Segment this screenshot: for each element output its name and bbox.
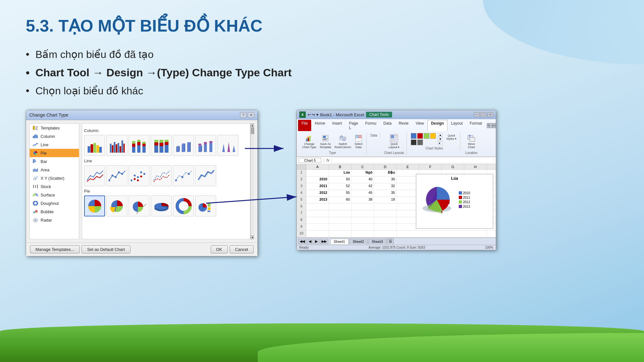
- style-preview-6[interactable]: [417, 139, 423, 145]
- cell-B10[interactable]: [329, 231, 351, 237]
- styles-scroll-down[interactable]: ▼: [438, 137, 443, 141]
- chart-type-pie[interactable]: Pie: [30, 149, 79, 157]
- col-subtype-3[interactable]: [129, 135, 149, 156]
- dialog-help-btn[interactable]: ?: [240, 112, 246, 118]
- col-A[interactable]: A: [306, 164, 329, 169]
- cell-D8[interactable]: [374, 217, 397, 224]
- cell-D2[interactable]: 30: [374, 176, 397, 183]
- cell-A8[interactable]: [306, 217, 329, 224]
- close-btn[interactable]: ✕: [487, 112, 493, 117]
- sheet-nav-next[interactable]: ▶: [313, 239, 319, 244]
- styles-dropdown[interactable]: ▾: [438, 141, 443, 145]
- tab-layout[interactable]: Layout: [447, 120, 466, 131]
- sheet-nav-last[interactable]: ▶▶: [320, 239, 328, 244]
- chart-type-bubble[interactable]: Bubble: [30, 207, 79, 216]
- cell-B8[interactable]: [329, 217, 351, 224]
- cell-A2[interactable]: 2010: [306, 176, 329, 183]
- cell-D5[interactable]: 18: [374, 197, 397, 203]
- col-E[interactable]: E: [397, 164, 419, 169]
- pie-subtype-5[interactable]: [173, 195, 194, 216]
- cell-B6[interactable]: [329, 204, 351, 210]
- pie-subtype-3[interactable]: [129, 195, 149, 216]
- cell-C6[interactable]: [351, 204, 374, 210]
- tab-review[interactable]: Revie: [395, 120, 412, 131]
- minimize-btn[interactable]: —: [474, 112, 480, 117]
- cell-D9[interactable]: [374, 224, 397, 230]
- sheet-tab-2[interactable]: Sheet2: [349, 239, 368, 244]
- col-G[interactable]: G: [442, 164, 464, 169]
- scroll-up-btn[interactable]: ▲: [251, 123, 254, 127]
- pie-subtype-4[interactable]: [151, 195, 172, 216]
- sheet-tab-1[interactable]: Sheet1: [330, 239, 349, 244]
- cell-B9[interactable]: [329, 224, 351, 230]
- manage-templates-button[interactable]: Manage Templates...: [30, 245, 80, 253]
- cell-A10[interactable]: [306, 231, 329, 237]
- cell-A9[interactable]: [306, 224, 329, 230]
- col-subtype-2[interactable]: [106, 135, 127, 156]
- style-preview-2[interactable]: [417, 133, 423, 139]
- cell-C4[interactable]: 45: [351, 190, 374, 196]
- scroll-down-btn[interactable]: ▼: [251, 235, 254, 239]
- col-D[interactable]: D: [374, 164, 397, 169]
- line-subtype-6[interactable]: [195, 165, 216, 186]
- quick-layout-btn[interactable]: QuickLayout ▾: [388, 133, 401, 150]
- switch-row-column-btn[interactable]: SwitchRow/Column: [333, 133, 352, 150]
- cell-D6[interactable]: [374, 204, 397, 210]
- change-chart-type-btn[interactable]: ChangeChart Type: [301, 133, 317, 150]
- cell-A1[interactable]: [306, 170, 329, 176]
- cell-B3[interactable]: 52: [329, 183, 351, 190]
- sheet-nav-first[interactable]: ◀◀: [298, 239, 306, 244]
- col-H[interactable]: H: [464, 164, 487, 169]
- select-data-btn[interactable]: SelectData: [353, 133, 364, 150]
- styles-scroll-up[interactable]: ▲: [438, 133, 443, 137]
- style-preview-1[interactable]: [411, 133, 417, 139]
- col-subtype-4[interactable]: [151, 135, 172, 156]
- sheet-tab-options[interactable]: ☰: [387, 238, 394, 244]
- cell-B5[interactable]: 60: [329, 197, 351, 203]
- ribbon-close-btn[interactable]: ✕: [493, 123, 496, 128]
- cell-A5[interactable]: 2013: [306, 197, 329, 203]
- chart-type-column[interactable]: Column: [30, 132, 79, 140]
- tab-home[interactable]: Home: [311, 120, 329, 131]
- cell-C1[interactable]: Ngô: [351, 170, 374, 176]
- line-subtype-4[interactable]: [151, 165, 172, 186]
- chart-type-area[interactable]: Area: [30, 166, 79, 174]
- style-preview-4[interactable]: [430, 133, 436, 139]
- style-preview-5[interactable]: [411, 139, 417, 145]
- cell-D1[interactable]: Đậu: [374, 170, 397, 176]
- chart-type-surface[interactable]: Surface: [30, 191, 79, 199]
- chart-type-bar[interactable]: Bar: [30, 157, 79, 166]
- move-chart-btn[interactable]: MoveChart: [466, 133, 476, 150]
- col-subtype-1[interactable]: [84, 135, 105, 156]
- cell-C10[interactable]: [351, 231, 374, 237]
- tab-data[interactable]: Data: [380, 120, 395, 131]
- cell-D7[interactable]: [374, 210, 397, 217]
- tab-design[interactable]: Design: [428, 120, 447, 131]
- col-C[interactable]: C: [351, 164, 374, 169]
- scroll-handle[interactable]: [251, 128, 254, 134]
- cell-A7[interactable]: [306, 210, 329, 217]
- quick-styles-btn[interactable]: QuickStyles ▾: [445, 133, 457, 145]
- name-box[interactable]: [299, 158, 321, 163]
- cell-C2[interactable]: 40: [351, 176, 374, 183]
- cell-C3[interactable]: 42: [351, 183, 374, 190]
- chart-type-radar[interactable]: Radar: [30, 216, 79, 224]
- cell-B1[interactable]: Lúa: [329, 170, 351, 176]
- pie-subtype-1[interactable]: [84, 195, 105, 216]
- cell-A4[interactable]: 2012: [306, 190, 329, 196]
- pie-subtype-6[interactable]: [195, 195, 216, 216]
- cell-B4[interactable]: 55: [329, 190, 351, 196]
- chart-type-stock[interactable]: Stock: [30, 182, 79, 191]
- line-subtype-3[interactable]: [129, 165, 149, 186]
- line-subtype-1[interactable]: [84, 165, 105, 186]
- chart-type-xyscatter[interactable]: X Y (Scatter): [30, 174, 79, 182]
- col-subtype-5[interactable]: [173, 135, 194, 156]
- ribbon-min-btn[interactable]: —: [489, 123, 493, 128]
- tab-file[interactable]: File: [298, 120, 311, 131]
- ribbon-help-btn[interactable]: ?: [487, 123, 489, 128]
- cell-D3[interactable]: 32: [374, 183, 397, 190]
- cell-E10[interactable]: [397, 231, 487, 237]
- cell-C5[interactable]: 38: [351, 197, 374, 203]
- cell-B7[interactable]: [329, 210, 351, 217]
- col-B[interactable]: B: [329, 164, 351, 169]
